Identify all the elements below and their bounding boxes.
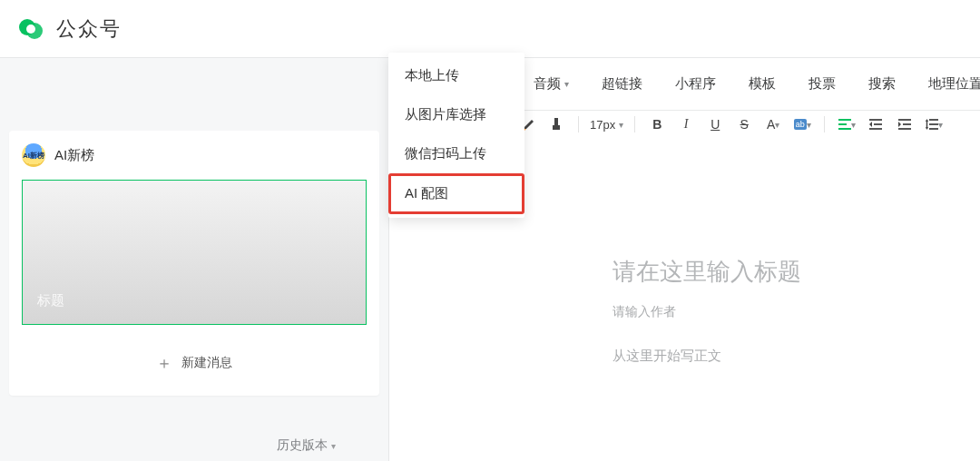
account-row: AI新榜 AI新榜 bbox=[22, 143, 367, 167]
tab-search[interactable]: 搜索 bbox=[852, 58, 912, 110]
add-message-button[interactable]: ＋ 新建消息 bbox=[22, 352, 367, 374]
align-button[interactable]: ▾ bbox=[836, 113, 858, 135]
title-input[interactable]: 请在这里输入标题 bbox=[612, 256, 980, 288]
account-name: AI新榜 bbox=[54, 147, 94, 164]
dd-ai-image[interactable]: AI 配图 bbox=[388, 173, 524, 214]
caret-down-icon: ▾ bbox=[807, 120, 811, 130]
bold-button[interactable]: B bbox=[646, 113, 668, 135]
svg-rect-6 bbox=[553, 125, 560, 130]
author-input[interactable]: 请输入作者 bbox=[612, 304, 980, 320]
dd-wechat-scan[interactable]: 微信扫码上传 bbox=[388, 134, 524, 173]
message-card: AI新榜 AI新榜 标题 ＋ 新建消息 bbox=[9, 131, 379, 396]
indent-decrease-button[interactable] bbox=[865, 113, 887, 135]
caret-down-icon: ▾ bbox=[564, 79, 569, 89]
line-spacing-button[interactable]: ▾ bbox=[923, 113, 945, 135]
font-color-button[interactable]: A▾ bbox=[762, 113, 784, 135]
paint-brush-icon[interactable] bbox=[545, 113, 567, 135]
tab-location-label: 地理位置 bbox=[928, 75, 980, 93]
font-size-label: 17px bbox=[590, 118, 615, 132]
left-panel: AI新榜 AI新榜 标题 ＋ 新建消息 历史版本 ▾ bbox=[0, 58, 388, 461]
app-header: 公众号 bbox=[0, 0, 980, 58]
dd-local-upload[interactable]: 本地上传 bbox=[388, 58, 524, 95]
italic-button[interactable]: I bbox=[675, 113, 697, 135]
add-message-label: 新建消息 bbox=[181, 355, 232, 371]
main-area: AI新榜 AI新榜 标题 ＋ 新建消息 历史版本 ▾ 图片 ▾ 视频 bbox=[0, 58, 980, 461]
separator bbox=[578, 116, 579, 132]
wechat-oa-logo-icon bbox=[16, 15, 45, 44]
svg-marker-22 bbox=[926, 127, 928, 130]
chevron-down-icon: ▾ bbox=[331, 441, 336, 451]
image-dropdown: 本地上传 从图片库选择 微信扫码上传 AI 配图 bbox=[388, 58, 524, 218]
tab-hyperlink[interactable]: 超链接 bbox=[585, 58, 659, 110]
history-version-button[interactable]: 历史版本 ▾ bbox=[277, 437, 336, 454]
tab-miniprogram[interactable]: 小程序 bbox=[659, 58, 732, 110]
caret-down-icon: ▾ bbox=[938, 120, 943, 130]
underline-button[interactable]: U bbox=[704, 113, 726, 135]
history-label: 历史版本 bbox=[277, 437, 328, 454]
tab-vote-label: 投票 bbox=[808, 75, 836, 93]
tab-audio-label: 音频 bbox=[534, 75, 561, 93]
svg-rect-5 bbox=[554, 118, 558, 125]
avatar-icon: AI新榜 bbox=[22, 143, 45, 167]
font-size-select[interactable]: 17px ▾ bbox=[590, 118, 623, 132]
tab-template-label: 模板 bbox=[749, 75, 776, 93]
cover-block[interactable]: 标题 bbox=[22, 180, 367, 325]
editor-panel: 图片 ▾ 视频 音频 ▾ 超链接 小程序 模板 投票 bbox=[388, 58, 980, 461]
tab-vote[interactable]: 投票 bbox=[792, 58, 852, 110]
svg-marker-21 bbox=[926, 119, 928, 122]
caret-down-icon: ▾ bbox=[851, 120, 856, 130]
dd-from-library[interactable]: 从图片库选择 bbox=[388, 95, 524, 134]
svg-point-2 bbox=[26, 25, 35, 34]
tab-hyperlink-label: 超链接 bbox=[602, 75, 642, 93]
tab-template[interactable]: 模板 bbox=[732, 58, 792, 110]
tab-location[interactable]: 地理位置 bbox=[912, 58, 980, 110]
separator bbox=[634, 116, 635, 132]
tab-audio[interactable]: 音频 ▾ bbox=[517, 58, 585, 110]
separator bbox=[824, 116, 825, 132]
body-input[interactable]: 从这里开始写正文 bbox=[612, 348, 980, 365]
brand-title: 公众号 bbox=[56, 15, 122, 43]
highlight-button[interactable]: ab ▾ bbox=[791, 113, 813, 135]
plus-icon: ＋ bbox=[156, 352, 172, 374]
strikethrough-button[interactable]: S bbox=[733, 113, 755, 135]
tab-search-label: 搜索 bbox=[868, 75, 896, 93]
svg-marker-17 bbox=[898, 122, 901, 127]
caret-down-icon: ▾ bbox=[619, 120, 623, 130]
tab-miniprogram-label: 小程序 bbox=[675, 75, 716, 93]
cover-title-placeholder: 标题 bbox=[37, 292, 64, 309]
caret-down-icon: ▾ bbox=[775, 120, 779, 130]
indent-increase-button[interactable] bbox=[894, 113, 916, 135]
svg-marker-13 bbox=[869, 122, 872, 127]
